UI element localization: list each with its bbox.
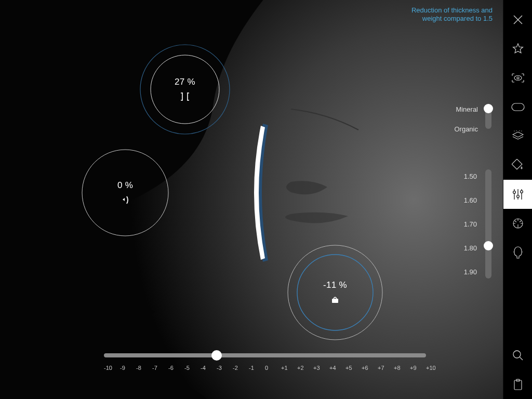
close-icon: [512, 14, 524, 25]
viewport-3d[interactable]: [0, 0, 503, 399]
gauge-curvature-rings: [81, 149, 169, 237]
svg-point-6: [514, 76, 522, 81]
index-sliders-button[interactable]: [503, 180, 533, 209]
clipboard-icon: [513, 378, 523, 391]
close-button[interactable]: [503, 5, 533, 34]
header-note: Reduction of thickness and weight compar…: [411, 6, 493, 23]
svg-point-0: [140, 45, 230, 134]
index-option-160[interactable]: 1.60: [440, 188, 491, 212]
index-label: 1.90: [464, 268, 477, 276]
index-label: 1.60: [464, 196, 477, 204]
material-label: Mineral: [456, 105, 478, 113]
favorite-button[interactable]: [503, 34, 533, 63]
lens-icon: [511, 102, 525, 112]
svg-point-21: [513, 351, 521, 358]
clipboard-button[interactable]: [503, 370, 533, 399]
index-option-170[interactable]: 1.70: [440, 212, 491, 236]
diopter-ticks: -10-9-8-7-6-5-4-3-2-10+1+2+3+4+5+6+7+8+9…: [104, 365, 426, 371]
head-icon: [512, 246, 524, 259]
lens-settings-panel: Mineral Organic 1.50 1.60 1.70 1.80 1.90: [440, 104, 491, 284]
coating-layers-button[interactable]: [503, 122, 533, 151]
eye-scan-button[interactable]: [503, 63, 533, 92]
head-model-button[interactable]: [503, 238, 533, 267]
material-slider-thumb[interactable]: [484, 104, 493, 113]
face-profile: [0, 0, 503, 399]
tool-sidebar: [503, 0, 532, 399]
index-label: 1.80: [464, 244, 477, 252]
index-label: 1.50: [464, 172, 477, 180]
eye-scan-icon: [511, 73, 525, 83]
star-icon: [512, 43, 524, 55]
header-line2: weight compared to 1.5: [411, 15, 493, 23]
svg-point-1: [151, 55, 219, 124]
svg-point-19: [520, 191, 523, 193]
gauge-weight-rings: [287, 244, 383, 341]
gauge-thickness: 27 %: [139, 44, 231, 135]
target-icon: [512, 217, 524, 230]
svg-line-22: [520, 357, 523, 361]
gauge-curvature: 0 %: [81, 149, 169, 237]
layers-icon: [511, 130, 525, 142]
diopter-slider[interactable]: -10-9-8-7-6-5-4-3-2-10+1+2+3+4+5+6+7+8+9…: [104, 353, 426, 371]
index-option-190[interactable]: 1.90: [440, 260, 491, 284]
svg-point-15: [513, 191, 515, 194]
index-label: 1.70: [464, 220, 477, 228]
tint-button[interactable]: [503, 151, 533, 180]
sliders-icon: [511, 188, 525, 201]
index-slider-track[interactable]: [485, 169, 491, 278]
svg-point-3: [288, 245, 382, 340]
svg-point-17: [516, 195, 519, 198]
tint-icon: [512, 159, 524, 171]
search-icon: [512, 350, 524, 361]
diopter-slider-thumb[interactable]: [211, 350, 222, 361]
diopter-slider-track[interactable]: [104, 353, 426, 357]
svg-point-7: [517, 77, 519, 79]
svg-rect-8: [512, 103, 524, 111]
svg-rect-23: [514, 380, 522, 390]
gauge-weight: -11 %: [287, 244, 383, 341]
svg-rect-13: [512, 159, 522, 169]
index-slider-thumb[interactable]: [484, 241, 493, 250]
search-button[interactable]: [503, 341, 533, 370]
svg-point-2: [82, 150, 168, 236]
material-label: Organic: [454, 125, 478, 133]
header-line1: Reduction of thickness and: [411, 6, 493, 15]
lens-shape-button[interactable]: [503, 92, 533, 122]
index-option-150[interactable]: 1.50: [440, 164, 491, 188]
centering-button[interactable]: [503, 209, 533, 238]
gauge-thickness-rings: [139, 44, 231, 135]
material-option-organic[interactable]: Organic: [440, 124, 491, 134]
svg-point-4: [297, 255, 373, 330]
